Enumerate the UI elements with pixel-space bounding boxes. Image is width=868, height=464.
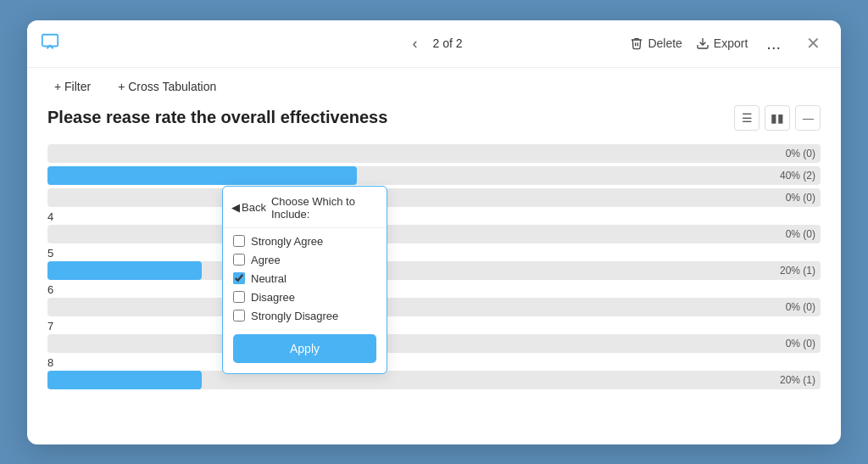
bar-pct: 0% (0): [786, 228, 815, 240]
cross-tab-label: + Cross Tabulation: [118, 80, 216, 93]
filter-option[interactable]: Neutral: [233, 272, 376, 285]
bar-pct: 0% (0): [786, 301, 815, 313]
filter-option[interactable]: Agree: [233, 254, 376, 266]
share-chart-btn[interactable]: ⸻: [795, 105, 821, 131]
filter-option-label: Strongly Disagree: [251, 310, 338, 322]
bar-track: 0% (0): [47, 188, 821, 207]
pagination-center: ‹ 2 of 2: [405, 31, 462, 56]
bar-pct: 20% (1): [780, 374, 815, 386]
bar-label: 4: [47, 210, 821, 223]
back-label: Back: [242, 201, 266, 214]
bar-chart-btn[interactable]: ▮▮: [765, 105, 790, 131]
filter-option[interactable]: Strongly Disagree: [233, 310, 376, 322]
top-bar: ‹ 2 of 2 Delete Export ... ✕: [27, 20, 841, 68]
bar-chart: 0% (0)40% (2)0% (0)40% (0)520% (1)60% (0…: [47, 144, 821, 391]
bar-label: 7: [47, 320, 821, 333]
chart-controls: ☰ ▮▮ ⸻: [734, 105, 821, 131]
pagination-label: 2 of 2: [432, 36, 462, 50]
toolbar-row: + Filter + Cross Tabulation: [27, 68, 841, 105]
close-button[interactable]: ✕: [806, 33, 821, 53]
filter-chart-btn[interactable]: ☰: [734, 105, 760, 131]
bar-track: 40% (2): [47, 166, 821, 185]
bar-track: 0% (0): [47, 144, 821, 163]
filter-option[interactable]: Disagree: [233, 291, 376, 304]
filter-checkbox[interactable]: [233, 272, 245, 284]
bar-pct: 0% (0): [786, 192, 815, 204]
apply-button[interactable]: Apply: [233, 334, 376, 363]
filter-button[interactable]: + Filter: [47, 76, 97, 97]
bar-track: 20% (1): [47, 371, 821, 389]
bar-row: 40% (2): [47, 166, 821, 185]
filter-checkbox[interactable]: [233, 310, 245, 321]
more-button[interactable]: ...: [761, 32, 786, 55]
bar-row: 0% (0): [47, 144, 821, 163]
filter-option-label: Agree: [251, 254, 281, 266]
filter-option-label: Neutral: [251, 272, 287, 285]
bar-fill: [47, 261, 202, 280]
bar-track: 0% (0): [47, 334, 821, 353]
back-button[interactable]: ◀ Back: [231, 201, 266, 214]
bar-pct: 40% (2): [780, 170, 815, 182]
bar-label: 5: [47, 247, 821, 260]
cross-tab-button[interactable]: + Cross Tabulation: [111, 76, 223, 97]
bar-pct: 0% (0): [786, 148, 815, 159]
top-bar-right: Delete Export ... ✕: [630, 32, 821, 55]
bar-row: 0% (0): [47, 188, 821, 207]
filter-label: + Filter: [54, 80, 91, 93]
question-title: Please rease rate the overall effectiven…: [47, 108, 387, 127]
bar-track: 0% (0): [47, 298, 821, 316]
filter-option[interactable]: Strongly Agree: [233, 235, 376, 248]
question-title-text: Please r: [47, 108, 113, 126]
content-area: Please rease rate the overall effectiven…: [27, 105, 841, 391]
bar-pct: 20% (1): [780, 265, 815, 277]
filter-checkbox[interactable]: [233, 235, 245, 247]
bar-track: 20% (1): [47, 261, 821, 280]
question-header: Please rease rate the overall effectiven…: [47, 105, 821, 131]
filter-checkbox[interactable]: [233, 254, 245, 266]
bar-label: 6: [47, 283, 821, 296]
export-icon: [696, 36, 709, 50]
modal: ‹ 2 of 2 Delete Export ... ✕ + Filter + …: [27, 20, 841, 444]
prev-arrow[interactable]: ‹: [405, 31, 424, 56]
filter-checkbox[interactable]: [233, 291, 245, 303]
trash-icon: [630, 36, 643, 50]
bar-row: 60% (0): [47, 283, 821, 316]
filter-option-label: Disagree: [251, 291, 295, 304]
export-label: Export: [714, 36, 748, 50]
export-button[interactable]: Export: [696, 36, 748, 50]
filter-include-label: Choose Which to Include:: [271, 195, 376, 221]
filter-options: Strongly AgreeAgreeNeutralDisagreeStrong…: [223, 228, 387, 329]
bar-row: 520% (1): [47, 247, 821, 280]
message-icon[interactable]: [41, 32, 59, 54]
delete-label: Delete: [648, 36, 682, 50]
bar-row: 70% (0): [47, 320, 821, 353]
bar-fill: [47, 371, 202, 389]
bar-track: 0% (0): [47, 225, 821, 243]
filter-option-label: Strongly Agree: [251, 235, 323, 248]
bar-pct: 0% (0): [786, 338, 815, 349]
question-title-main: ease rate the overall effectiveness: [113, 108, 388, 126]
filter-dropdown-header: ◀ Back Choose Which to Include:: [223, 187, 387, 228]
bar-fill: [47, 166, 357, 185]
delete-button[interactable]: Delete: [630, 36, 682, 50]
bar-row: 820% (1): [47, 356, 821, 389]
bar-row: 40% (0): [47, 210, 821, 243]
filter-dropdown: ◀ Back Choose Which to Include: Strongly…: [222, 186, 387, 374]
bar-label: 8: [47, 356, 821, 369]
